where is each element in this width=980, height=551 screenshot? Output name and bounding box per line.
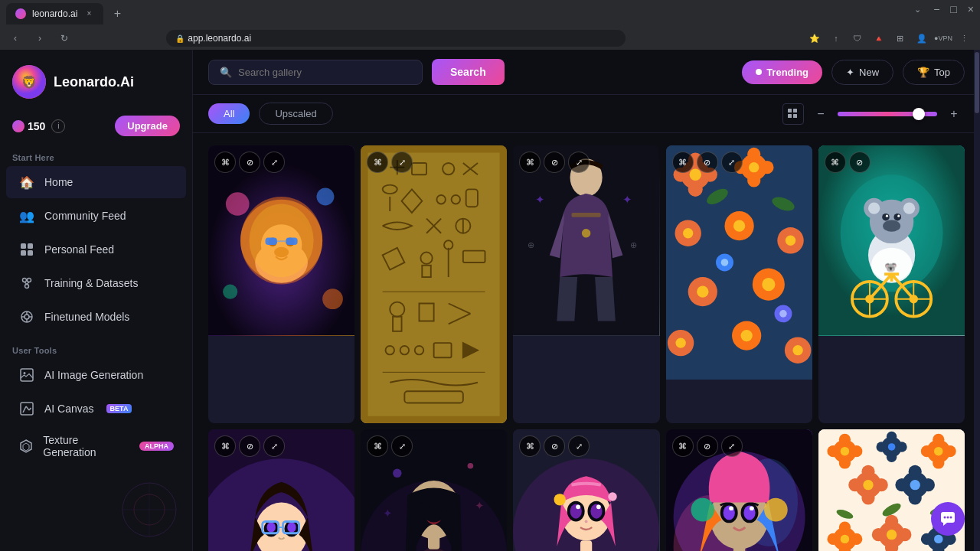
sidebar-item-texture-gen[interactable]: Texture Generation ALPHA: [6, 426, 186, 466]
svg-point-48: [322, 289, 343, 309]
item-9-remix-btn[interactable]: ⌘: [672, 435, 694, 457]
finetuned-icon: [18, 308, 35, 325]
item-8-no-btn[interactable]: ⊘: [544, 435, 565, 457]
gallery-item-1[interactable]: ⌘ ⊘ ⤢: [208, 145, 354, 423]
item-3-remix-btn[interactable]: ⌘: [519, 152, 541, 173]
item-7-overlay: ⌘ ⤢: [361, 429, 507, 463]
new-tab-btn[interactable]: +: [106, 3, 128, 24]
svg-rect-85: [572, 213, 601, 217]
extensions-btn[interactable]: ⊞: [891, 29, 910, 47]
gallery-item-5[interactable]: 🐨: [818, 145, 965, 423]
svg-rect-3: [28, 243, 33, 249]
tab-close-btn[interactable]: ×: [83, 8, 94, 19]
item-2-remix-btn[interactable]: ⌘: [367, 152, 388, 173]
vpn-btn[interactable]: ●VPN: [934, 29, 952, 47]
sidebar-logo: 🦁 Leonardo.Ai: [0, 59, 192, 111]
expand-icon: ⌄: [914, 5, 921, 15]
item-1-remix-btn[interactable]: ⌘: [214, 152, 236, 173]
item-4-no-btn[interactable]: ⊘: [697, 152, 718, 173]
svg-point-229: [895, 478, 908, 491]
item-4-expand-btn[interactable]: ⤢: [721, 152, 743, 173]
search-button[interactable]: Search: [432, 59, 505, 85]
svg-point-115: [762, 278, 775, 291]
sidebar-item-training[interactable]: Training & Datasets: [6, 267, 186, 299]
gallery-item-6[interactable]: ⌘ ⊘ ⤢: [208, 429, 354, 551]
back-btn[interactable]: ‹: [6, 29, 24, 47]
sidebar-item-finetuned[interactable]: Finetuned Models: [6, 301, 186, 333]
item-5-no-btn[interactable]: ⊘: [849, 152, 871, 173]
maximize-btn[interactable]: □: [950, 3, 956, 15]
grid-view-btn[interactable]: [782, 103, 804, 125]
info-btn[interactable]: i: [51, 119, 65, 133]
sidebar-item-home[interactable]: 🏠 Home: [6, 166, 186, 198]
item-4-remix-btn[interactable]: ⌘: [672, 152, 694, 173]
upgrade-button[interactable]: Upgrade: [115, 116, 180, 136]
active-tab[interactable]: leonardo.ai ×: [6, 3, 103, 24]
svg-point-231: [910, 480, 920, 490]
menu-btn[interactable]: ⋮: [956, 29, 974, 47]
item-1-no-btn[interactable]: ⊘: [239, 152, 260, 173]
top-button[interactable]: 🏆 Top: [903, 60, 965, 85]
svg-point-230: [922, 478, 935, 491]
item-6-expand-btn[interactable]: ⤢: [263, 435, 285, 457]
sidebar-canvas-label: AI Canvas: [44, 403, 94, 415]
minimize-btn[interactable]: −: [933, 3, 939, 15]
close-btn[interactable]: ×: [968, 3, 974, 15]
all-filter-btn[interactable]: All: [208, 103, 250, 124]
svg-point-194: [764, 498, 788, 522]
share-btn[interactable]: ↑: [827, 29, 845, 47]
gallery-item-3[interactable]: ✦ ✦ ⊕ ⊕ ⌘ ⊘ ⤢: [513, 145, 659, 423]
sidebar-item-ai-image-gen[interactable]: AI Image Generation: [6, 359, 186, 391]
item-8-expand-btn[interactable]: ⤢: [568, 435, 590, 457]
item-7-remix-btn[interactable]: ⌘: [367, 435, 388, 457]
profile-btn[interactable]: 👤: [913, 29, 931, 47]
size-slider[interactable]: [838, 112, 937, 116]
svg-point-113: [697, 286, 708, 298]
sidebar-item-personal-feed[interactable]: Personal Feed: [6, 233, 186, 266]
bookmark-btn[interactable]: ⭐: [805, 29, 824, 47]
sidebar-item-community-feed[interactable]: 👥 Community Feed: [6, 200, 186, 232]
item-2-expand-btn[interactable]: ⤢: [391, 152, 413, 173]
svg-point-207: [840, 447, 848, 455]
reload-btn[interactable]: ↻: [55, 29, 74, 47]
gallery-item-7[interactable]: ✦ ✦ ⌘ ⤢: [361, 429, 507, 551]
gallery-item-2[interactable]: ⌘ ⤢: [361, 145, 507, 423]
item-3-expand-btn[interactable]: ⤢: [568, 152, 590, 173]
item-3-no-btn[interactable]: ⊘: [544, 152, 565, 173]
search-container: 🔍: [208, 60, 423, 85]
gallery-item-8[interactable]: ⌘ ⊘ ⤢: [513, 429, 659, 551]
item-9-expand-btn[interactable]: ⤢: [721, 435, 743, 457]
ai-image-icon: [18, 367, 35, 383]
chat-bubble-btn[interactable]: [931, 502, 965, 536]
item-6-no-btn[interactable]: ⊘: [239, 435, 260, 457]
svg-point-125: [779, 310, 787, 318]
svg-point-218: [944, 445, 956, 457]
gallery-item-9[interactable]: ⌘ ⊘ ⤢: [666, 429, 812, 551]
svg-rect-29: [788, 109, 792, 112]
trending-button[interactable]: Trending: [742, 60, 822, 84]
upscaled-filter-btn[interactable]: Upscaled: [259, 103, 332, 125]
item-2-overlay: ⌘ ⤢: [361, 145, 507, 179]
svg-point-223: [848, 478, 861, 491]
item-6-remix-btn[interactable]: ⌘: [214, 435, 236, 457]
svg-point-238: [827, 533, 838, 545]
zoom-in-btn[interactable]: +: [943, 103, 965, 125]
personal-feed-icon: [18, 241, 35, 258]
forward-btn[interactable]: ›: [31, 29, 49, 47]
search-input[interactable]: [238, 67, 411, 78]
item-9-no-btn[interactable]: ⊘: [697, 435, 718, 457]
extension-btn[interactable]: 🔺: [870, 29, 888, 47]
sidebar-item-ai-canvas[interactable]: AI Canvas BETA: [6, 393, 186, 425]
item-5-remix-btn[interactable]: ⌘: [825, 152, 846, 173]
zoom-out-btn[interactable]: −: [810, 103, 831, 125]
gallery-item-4[interactable]: ⌘ ⊘ ⤢: [666, 145, 812, 423]
new-icon: ✦: [846, 67, 854, 78]
item-7-expand-btn[interactable]: ⤢: [391, 435, 413, 457]
lock-icon: 🔒: [175, 34, 185, 43]
shield-btn[interactable]: 🛡: [848, 29, 867, 47]
item-1-expand-btn[interactable]: ⤢: [263, 152, 285, 173]
grid-controls: − +: [782, 103, 965, 125]
item-8-remix-btn[interactable]: ⌘: [519, 435, 541, 457]
url-bar[interactable]: 🔒 app.leonardo.ai: [166, 30, 626, 47]
new-button[interactable]: ✦ New: [831, 60, 893, 85]
